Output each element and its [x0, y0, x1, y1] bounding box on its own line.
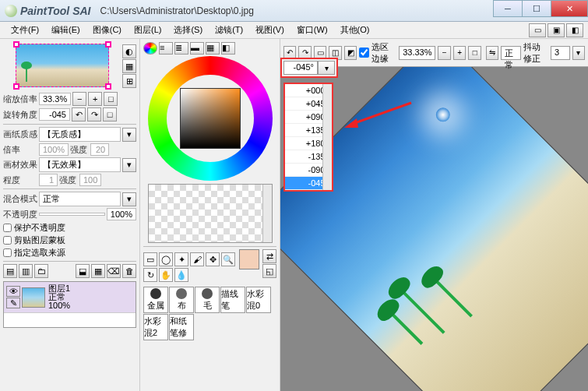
menu-file[interactable]: 文件(F) — [5, 23, 45, 37]
maximize-button[interactable]: ☐ — [522, 0, 551, 17]
marquee-tool[interactable]: ▭ — [143, 252, 157, 266]
brush-wc2[interactable]: 水彩混2 — [143, 314, 168, 340]
brush-tool[interactable]: 🖌 — [190, 252, 204, 266]
svg-line-2 — [350, 103, 411, 125]
menubar-btn-2[interactable]: ▣ — [548, 23, 565, 37]
layer-edit-icon[interactable]: ✎ — [6, 298, 20, 308]
layer-visible-icon[interactable]: 👁 — [6, 286, 20, 297]
clear-layer-button[interactable]: ⌫ — [107, 264, 121, 278]
hand-tool[interactable]: ✋ — [159, 268, 173, 282]
new-layer-button[interactable]: ▤ — [3, 264, 17, 278]
blend-dd[interactable]: ▾ — [122, 192, 136, 206]
menubar-btn-1[interactable]: ▭ — [529, 23, 546, 37]
app-logo — [5, 5, 17, 17]
reset-colors[interactable]: ◱ — [262, 264, 276, 278]
protect-opacity-check[interactable]: 保护不透明度 — [3, 222, 136, 234]
sun-icon — [433, 105, 452, 125]
nav-btn-3[interactable]: ⊞ — [122, 74, 136, 88]
stabilizer-dd[interactable]: ▾ — [572, 46, 585, 60]
brush-paper[interactable]: 和纸笔修 — [169, 314, 194, 340]
move-tool[interactable]: ✥ — [206, 252, 220, 266]
nav-btn-1[interactable]: ◐ — [122, 44, 136, 58]
swap-colors[interactable]: ⇄ — [262, 249, 276, 263]
rotate-value[interactable]: -045 — [39, 108, 70, 121]
menu-view[interactable]: 视图(V) — [249, 23, 290, 37]
menu-window[interactable]: 窗口(W) — [290, 23, 334, 37]
delete-layer-button[interactable]: 🗑 — [122, 264, 136, 278]
swatches-icon[interactable]: ▦ — [206, 42, 220, 55]
layer-thumbnail — [22, 287, 45, 308]
brush-metal[interactable]: 金属 — [143, 287, 168, 313]
select-source-check[interactable]: 指定选取来源 — [3, 247, 136, 259]
blend-select[interactable]: 正常 — [39, 192, 121, 206]
svg-marker-3 — [344, 118, 358, 128]
brush-fur[interactable]: 毛 — [195, 287, 220, 313]
sv-square[interactable] — [180, 88, 241, 149]
cv-sel-show[interactable]: ◩ — [344, 46, 357, 60]
menu-select[interactable]: 选择(S) — [167, 23, 209, 37]
menu-image[interactable]: 图像(C) — [86, 23, 128, 37]
zoom-in-cv[interactable]: + — [453, 46, 466, 60]
opacity-slider[interactable] — [39, 213, 105, 216]
wand-tool[interactable]: ✦ — [174, 252, 188, 266]
layer-opacity: 100% — [48, 301, 70, 310]
rotate-reset[interactable]: □ — [103, 107, 117, 122]
color-wheel-icon[interactable] — [143, 42, 157, 55]
menu-edit[interactable]: 编辑(E) — [45, 23, 86, 37]
zoom-reset[interactable]: □ — [104, 92, 118, 106]
zoom-out-cv[interactable]: − — [438, 46, 450, 60]
deg2-label: 强度 — [59, 174, 78, 186]
zoom-in[interactable]: + — [88, 92, 102, 106]
selborder-check[interactable] — [359, 48, 369, 58]
lasso-tool[interactable]: ◯ — [159, 252, 173, 266]
merge-down-button[interactable]: ⬓ — [76, 264, 90, 278]
texture-select[interactable]: 【无质感】 — [39, 127, 121, 142]
menu-other[interactable]: 其他(O) — [334, 23, 376, 37]
flatten-button[interactable]: ▦ — [91, 264, 105, 278]
scratchpad[interactable] — [148, 184, 273, 243]
layer-row[interactable]: 👁 ✎ 图层1 正常 100% — [4, 282, 136, 313]
menubar-btn-3[interactable]: ◧ — [566, 23, 583, 37]
angle-current[interactable]: -045° — [283, 61, 318, 75]
rotate-cw[interactable]: ↷ — [87, 107, 101, 122]
color-wheel[interactable] — [148, 56, 273, 181]
brush-wc0[interactable]: 水彩混0 — [246, 287, 271, 313]
rotate-tool[interactable]: ↻ — [143, 268, 157, 282]
gray-bar-icon[interactable]: ▬ — [190, 42, 204, 55]
fg-color-swatch[interactable] — [239, 249, 259, 269]
mateff-dd[interactable]: ▾ — [122, 158, 136, 172]
flip-h[interactable]: ⇋ — [486, 46, 498, 60]
close-button[interactable]: ✕ — [551, 0, 588, 17]
new-folder-button[interactable]: 🗀 — [34, 264, 48, 278]
stabilizer-value[interactable]: 3 — [551, 46, 569, 60]
angle-dd-scroll[interactable] — [322, 84, 332, 190]
hsv-bars-icon[interactable]: ≣ — [174, 42, 188, 55]
eyedrop-tool[interactable]: 💧 — [174, 268, 188, 282]
scratchpad-icon[interactable]: ◧ — [221, 42, 235, 55]
zoom-value[interactable]: 33.3% — [39, 93, 71, 105]
clipping-mask-check[interactable]: 剪贴图层蒙板 — [3, 234, 136, 246]
degree-label: 程度 — [3, 174, 37, 186]
rotate-ccw[interactable]: ↶ — [72, 107, 86, 122]
brush-line[interactable]: 描线笔 — [220, 287, 245, 313]
mateff-select[interactable]: 【无效果】 — [39, 157, 121, 172]
rgb-bars-icon[interactable]: ≡ — [159, 42, 173, 55]
zoom-fit-cv[interactable]: □ — [468, 46, 481, 60]
blend-display[interactable]: 正常 — [501, 46, 521, 60]
app-name: PaintTool SAI — [20, 5, 90, 17]
zoom-display[interactable]: 33.33% — [399, 46, 435, 60]
scratchpad-scroll[interactable] — [262, 185, 272, 242]
brush-cloth[interactable]: 布 — [169, 287, 194, 313]
minimize-button[interactable]: ─ — [493, 0, 523, 17]
navigator-thumb[interactable] — [16, 44, 109, 87]
zoom-label: 缩放倍率 — [3, 93, 37, 105]
angle-dd-button[interactable]: ▾ — [318, 61, 335, 75]
zoom-tool[interactable]: 🔍 — [221, 252, 235, 266]
zoom-out[interactable]: − — [72, 92, 86, 106]
menu-filter[interactable]: 滤镜(T) — [209, 23, 249, 37]
menu-layer[interactable]: 图层(L) — [128, 23, 167, 37]
opacity-value[interactable]: 100% — [107, 208, 136, 220]
texture-dd[interactable]: ▾ — [122, 128, 136, 142]
new-linework-button[interactable]: ▥ — [19, 264, 33, 278]
nav-btn-2[interactable]: ▦ — [122, 59, 136, 73]
